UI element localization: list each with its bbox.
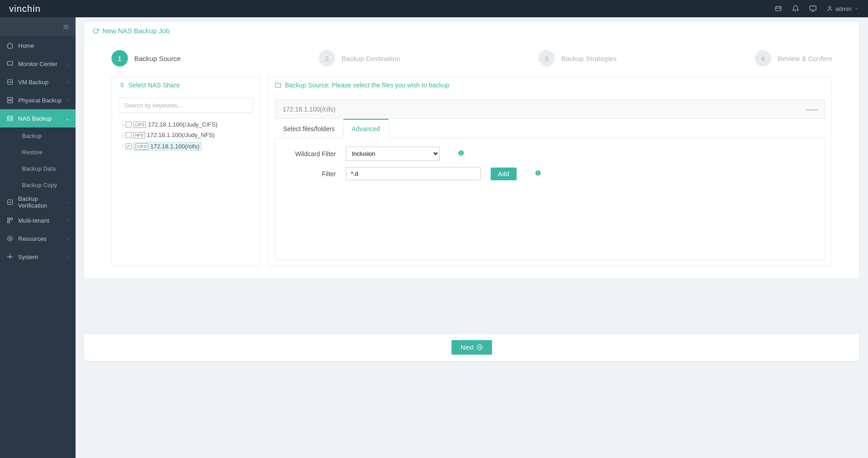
nav-vm-backup[interactable]: VM VM Backup ‹ xyxy=(0,73,76,91)
chevron-left-icon: ‹ xyxy=(68,200,69,205)
sidebar: Home Monitor Center ‹ VM VM Backup ‹ Phy… xyxy=(0,17,76,458)
tree-connector-icon: ├ xyxy=(121,122,125,127)
nas-icon xyxy=(6,115,14,122)
sub-backup-data[interactable]: Backup Data xyxy=(0,160,76,177)
tree-item[interactable]: └ ✓ CIFS 172.18.1.100(/cifs) xyxy=(118,140,253,153)
verify-icon xyxy=(6,198,14,206)
tree-item[interactable]: ├ NFS 172.18.1.100(/Judy_NFS) xyxy=(118,130,253,140)
tree-connector-icon: └ xyxy=(121,144,125,149)
svg-text:i: i xyxy=(538,171,538,175)
tasks-icon[interactable] xyxy=(775,5,782,12)
wizard-steps: 1 Backup Source 2 Backup Destination 3 B… xyxy=(84,40,859,76)
vm-icon: VM xyxy=(6,78,14,86)
chevron-down-icon xyxy=(854,6,859,11)
main-card: New NAS Backup Job 1 Backup Source 2 Bac… xyxy=(84,21,860,279)
left-panel-header: Select NAS Share xyxy=(112,77,259,93)
wildcard-filter-select[interactable]: Inclusion xyxy=(346,147,440,161)
step-review-confirm[interactable]: 4 Review & Confirm xyxy=(755,50,832,66)
nav-system[interactable]: System ‹ xyxy=(0,248,76,266)
step-label: Backup Strategies xyxy=(561,55,617,62)
select-nas-share-panel: Select NAS Share ├ CIFS 172.18.1.100(/Ju… xyxy=(112,76,260,267)
right-panel-header: Backup Source: Please select the files y… xyxy=(269,77,832,93)
tab-select-files[interactable]: Select files/folders xyxy=(275,119,343,138)
chevron-left-icon: ‹ xyxy=(68,80,69,85)
nav-label: Physical Backup xyxy=(18,97,61,104)
step-number: 3 xyxy=(538,50,555,66)
page-title-row: New NAS Backup Job xyxy=(84,21,859,40)
tree-connector-icon: ├ xyxy=(121,132,125,138)
user-icon xyxy=(827,5,833,12)
nav-monitor[interactable]: Monitor Center ‹ xyxy=(0,55,76,73)
svg-point-5 xyxy=(828,6,831,9)
tree-checkbox[interactable] xyxy=(126,122,132,127)
remove-source-button[interactable]: —— xyxy=(806,106,817,113)
svg-rect-14 xyxy=(8,116,13,121)
step-number: 1 xyxy=(112,50,128,66)
right-panel-title: Backup Source: Please select the files y… xyxy=(285,81,449,89)
svg-rect-0 xyxy=(776,6,781,10)
nav-multi-tenant[interactable]: Multi-tenant ‹ xyxy=(0,211,76,229)
info-icon[interactable]: i xyxy=(535,170,541,178)
backup-source-panel: Backup Source: Please select the files y… xyxy=(268,76,832,267)
tree-item[interactable]: ├ CIFS 172.18.1.100(/Judy_CIFS) xyxy=(118,119,253,130)
panels-row: Select NAS Share ├ CIFS 172.18.1.100(/Ju… xyxy=(112,76,832,267)
nav-backup-verification[interactable]: Backup Verification ‹ xyxy=(0,193,76,211)
nav-physical-backup[interactable]: Physical Backup ‹ xyxy=(0,91,76,109)
topbar-right: admin xyxy=(775,5,859,12)
nav-label: VM Backup xyxy=(18,79,48,86)
add-button[interactable]: Add xyxy=(491,168,517,180)
server-icon xyxy=(6,97,14,104)
monitor-nav-icon xyxy=(6,60,14,67)
list-icon xyxy=(118,82,125,88)
wildcard-filter-row: Wildcard Filter Inclusion i xyxy=(284,147,816,161)
tree-checkbox[interactable]: ✓ xyxy=(126,143,132,149)
svg-text:i: i xyxy=(461,151,462,155)
nav-label: System xyxy=(18,254,38,260)
nav-resources[interactable]: Resources ‹ xyxy=(0,229,76,248)
tab-advanced[interactable]: Advanced xyxy=(343,119,389,138)
left-panel-title: Select NAS Share xyxy=(128,81,180,89)
monitor-icon[interactable] xyxy=(809,5,817,12)
step-backup-destination[interactable]: 2 Backup Destination xyxy=(319,50,400,66)
search-input[interactable] xyxy=(118,98,253,113)
chevron-left-icon: ‹ xyxy=(68,218,69,223)
sub-backup-copy[interactable]: Backup Copy xyxy=(0,177,76,193)
sub-backup[interactable]: Backup xyxy=(0,127,76,144)
step-label: Review & Confirm xyxy=(777,55,832,62)
page-title: New NAS Backup Job xyxy=(102,27,170,35)
source-label: 172.18.1.100(/cifs) xyxy=(283,106,335,113)
next-button[interactable]: Next xyxy=(452,340,492,355)
tree-label: 172.18.1.100(/cifs) xyxy=(150,143,199,150)
arrow-right-icon xyxy=(477,344,483,351)
share-type-badge: NFS xyxy=(133,132,145,138)
refresh-icon xyxy=(92,28,99,34)
nav-label: Multi-tenant xyxy=(18,217,49,224)
nav-label: Resources xyxy=(18,235,46,242)
nav-label: NAS Backup xyxy=(18,115,52,122)
svg-rect-9 xyxy=(7,61,13,65)
wildcard-filter-label: Wildcard Filter xyxy=(284,150,346,158)
filter-input[interactable] xyxy=(346,167,481,180)
nav-home[interactable]: Home xyxy=(0,36,76,55)
nav-label: Home xyxy=(18,42,34,49)
nav-nas-backup[interactable]: NAS Backup ⌄ xyxy=(0,109,76,127)
main: New NAS Backup Job 1 Backup Source 2 Bac… xyxy=(76,17,868,458)
svg-point-22 xyxy=(8,236,13,241)
nav-label: Monitor Center xyxy=(18,61,57,67)
svg-text:VM: VM xyxy=(9,81,12,83)
tree-checkbox[interactable] xyxy=(126,132,132,138)
step-backup-source[interactable]: 1 Backup Source xyxy=(112,50,181,66)
resources-icon xyxy=(6,235,14,242)
bell-icon[interactable] xyxy=(792,5,799,12)
sub-restore[interactable]: Restore xyxy=(0,144,76,160)
filter-label: Filter xyxy=(284,170,346,178)
home-icon xyxy=(6,42,14,49)
share-type-badge: CIFS xyxy=(133,122,147,128)
info-icon[interactable]: i xyxy=(458,150,464,158)
user-menu[interactable]: admin xyxy=(827,5,859,12)
sidebar-toggle[interactable] xyxy=(0,17,76,36)
folder-icon xyxy=(275,82,281,88)
step-backup-strategies[interactable]: 3 Backup Strategies xyxy=(538,50,617,66)
source-header: 172.18.1.100(/cifs) —— xyxy=(275,100,825,119)
tree-label: 172.18.1.100(/Judy_NFS) xyxy=(147,132,215,138)
